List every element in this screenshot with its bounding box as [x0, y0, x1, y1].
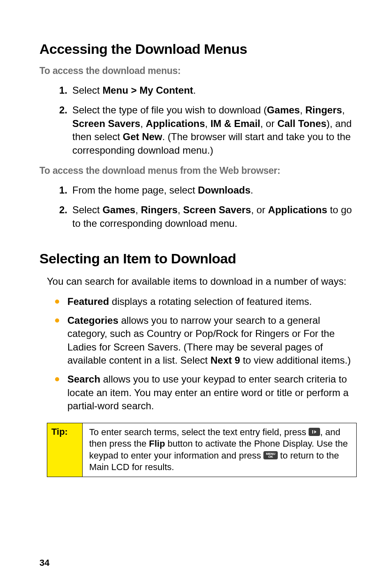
bold-text: Downloads: [198, 184, 250, 196]
step-text: ,: [300, 104, 305, 115]
bold-text: Screen Savers: [72, 118, 140, 129]
bold-text: Categories: [67, 315, 118, 326]
heading-selecting-item: Selecting an Item to Download: [39, 251, 357, 267]
bold-text: Screen Savers: [183, 204, 251, 215]
bold-text: Games: [267, 104, 300, 115]
bold-text: Get New: [123, 131, 162, 142]
step-number: 2.: [55, 203, 67, 217]
bullet-list-search-ways: Featured displays a rotating selection o…: [39, 295, 357, 413]
bold-text: Call Tones: [277, 118, 327, 129]
step-text: .: [251, 184, 254, 196]
bold-text: Ringers: [305, 104, 342, 115]
ordered-list-access-menus: 1. Select Menu > My Content. 2. Select t…: [39, 84, 357, 157]
step-text: From the home page, select: [72, 184, 198, 196]
bullet-text: allows you to use your keypad to enter s…: [67, 374, 348, 411]
bold-text: Ringers: [141, 204, 178, 215]
step-text: ,: [140, 118, 145, 129]
bold-text: Search: [67, 374, 100, 385]
list-item: 1. Select Menu > My Content.: [55, 84, 357, 97]
list-item: Featured displays a rotating selection o…: [55, 295, 357, 308]
step-text: ,: [342, 104, 345, 115]
bold-text: IM & Email: [210, 118, 260, 129]
step-text: ,: [135, 204, 141, 215]
tip-box: Tip: To enter search terms, select the t…: [47, 423, 357, 477]
subheading-access-from-browser: To access the download menus from the We…: [39, 165, 357, 176]
play-pause-key-icon: [309, 428, 320, 436]
step-text: ,: [205, 118, 210, 129]
subheading-access-menus: To access the download menus:: [39, 65, 357, 76]
step-number: 1.: [55, 84, 67, 97]
step-text: Select the type of file you wish to down…: [72, 104, 267, 115]
list-item: 2. Select the type of file you wish to d…: [55, 104, 357, 157]
bold-text: Featured: [67, 296, 109, 307]
step-text: Select: [72, 204, 102, 215]
bullet-text: displays a rotating selection of feature…: [109, 296, 312, 307]
bullet-text: to view additional items.): [240, 355, 350, 366]
step-text: , or: [261, 118, 277, 129]
heading-accessing-download-menus: Accessing the Download Menus: [39, 41, 357, 57]
tip-text: To enter search terms, select the text e…: [89, 427, 309, 437]
bold-text: Menu > My Content: [102, 85, 193, 96]
bold-text: Next 9: [210, 355, 240, 366]
step-text: Select: [72, 85, 102, 96]
list-item: 1. From the home page, select Downloads.: [55, 184, 357, 197]
intro-paragraph: You can search for available items to do…: [39, 275, 357, 288]
step-text: .: [193, 85, 196, 96]
bold-text: Applications: [268, 204, 327, 215]
tip-label: Tip:: [47, 423, 83, 477]
ordered-list-access-browser: 1. From the home page, select Downloads.…: [39, 184, 357, 230]
bold-text: Flip: [149, 438, 165, 449]
bold-text: Games: [102, 204, 135, 215]
step-text: , or: [251, 204, 268, 215]
list-item: 2. Select Games, Ringers, Screen Savers,…: [55, 203, 357, 230]
step-number: 1.: [55, 184, 67, 197]
step-text: ,: [178, 204, 183, 215]
bold-text: Applications: [146, 118, 205, 129]
page-number: 34: [39, 558, 49, 568]
list-item: Search allows you to use your keypad to …: [55, 373, 357, 413]
step-number: 2.: [55, 104, 67, 117]
tip-content: To enter search terms, select the text e…: [83, 423, 356, 477]
list-item: Categories allows you to narrow your sea…: [55, 314, 357, 367]
menu-ok-key-icon: MENU OK: [263, 451, 277, 459]
